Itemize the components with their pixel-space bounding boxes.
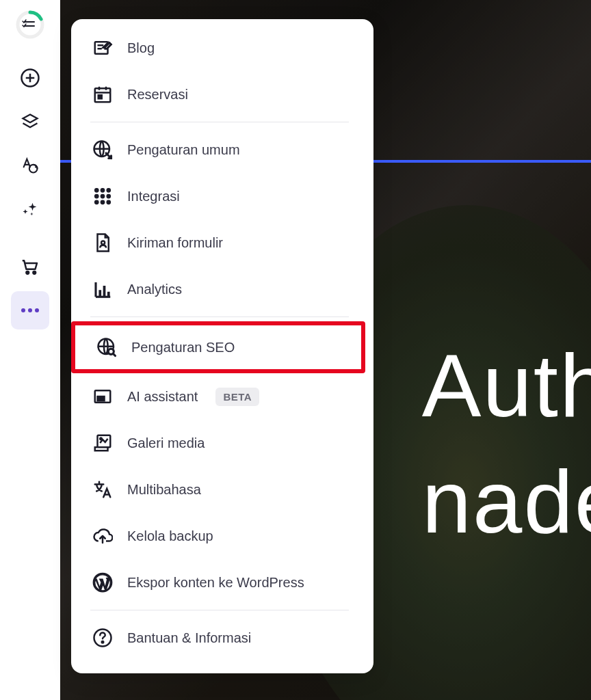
more-icon[interactable]: [11, 291, 49, 329]
menu-item-label: Kelola backup: [127, 528, 213, 544]
typography-palette-icon[interactable]: [11, 146, 49, 185]
menu-divider: [90, 317, 349, 317]
svg-point-21: [107, 189, 111, 193]
menu-item-export[interactable]: Ekspor konten ke WordPress: [71, 559, 365, 606]
menu-item-analytics[interactable]: Analytics: [71, 266, 365, 312]
svg-point-7: [35, 166, 36, 167]
more-menu-scroll[interactable]: Blog Reservasi: [71, 25, 373, 661]
menu-item-label: Reservasi: [127, 87, 188, 103]
globe-search-icon: [96, 336, 118, 358]
svg-point-24: [107, 194, 111, 198]
document-person-icon: [92, 232, 114, 254]
svg-point-8: [26, 271, 29, 274]
svg-point-41: [100, 438, 102, 440]
menu-item-multilang[interactable]: Multibahasa: [71, 466, 365, 513]
layers-icon[interactable]: [11, 103, 49, 141]
menu-item-label: Integrasi: [127, 189, 180, 204]
wordpress-icon: [92, 571, 114, 593]
bar-chart-icon: [92, 278, 114, 300]
sparkle-icon[interactable]: [11, 190, 49, 228]
progress-ring-icon[interactable]: [15, 10, 45, 40]
menu-item-general[interactable]: Pengaturan umum: [71, 126, 365, 173]
menu-item-help[interactable]: Bantuan & Informasi: [71, 615, 365, 661]
svg-point-9: [33, 271, 36, 274]
svg-point-27: [107, 200, 111, 204]
more-menu-popup: Blog Reservasi: [71, 19, 373, 673]
help-icon: [92, 627, 114, 649]
svg-rect-39: [98, 396, 105, 401]
hero-text-line: nade: [422, 452, 591, 552]
window-icon: [92, 386, 114, 407]
hero-text: Auth nade: [422, 328, 591, 561]
menu-item-label: Multibahasa: [127, 482, 201, 498]
blog-icon: [92, 37, 114, 59]
menu-item-label: Ekspor konten ke WordPress: [127, 575, 304, 591]
menu-item-label: Bantuan & Informasi: [127, 630, 251, 646]
grid-dots-icon: [92, 185, 114, 207]
menu-divider: [90, 610, 349, 610]
svg-point-26: [101, 200, 105, 204]
menu-item-media[interactable]: Galeri media: [71, 420, 365, 466]
menu-item-seo[interactable]: Pengaturan SEO: [75, 325, 361, 369]
svg-point-22: [95, 194, 99, 198]
menu-item-form[interactable]: Kiriman formulir: [71, 219, 365, 266]
cloud-upload-icon: [92, 525, 114, 547]
hero-text-line: Auth: [422, 336, 591, 435]
menu-item-reservation[interactable]: Reservasi: [71, 71, 365, 118]
menu-item-label: AI assistant: [127, 389, 198, 405]
menu-item-blog[interactable]: Blog: [71, 25, 365, 71]
svg-point-19: [95, 189, 99, 193]
menu-item-label: Blog: [127, 40, 155, 56]
menu-item-ai[interactable]: AI assistant BETA: [71, 373, 365, 420]
svg-point-28: [101, 241, 105, 245]
beta-badge: BETA: [215, 388, 259, 406]
menu-item-label: Analytics: [127, 282, 182, 297]
svg-rect-17: [98, 95, 102, 98]
menu-item-label: Pengaturan umum: [127, 142, 240, 158]
menu-item-label: Pengaturan SEO: [131, 340, 235, 355]
add-icon[interactable]: [11, 59, 49, 97]
menu-item-backup[interactable]: Kelola backup: [71, 513, 365, 559]
cart-icon[interactable]: [11, 247, 49, 286]
globe-share-icon: [92, 139, 114, 161]
menu-item-label: Kiriman formulir: [127, 235, 223, 251]
highlight-annotation: Pengaturan SEO: [71, 321, 365, 373]
image-stack-icon: [92, 432, 114, 454]
svg-point-20: [101, 189, 105, 193]
left-sidebar: [0, 0, 60, 700]
translate-icon: [92, 479, 114, 500]
svg-point-23: [101, 194, 105, 198]
menu-divider: [90, 122, 349, 122]
menu-item-label: Galeri media: [127, 435, 205, 451]
svg-point-44: [102, 641, 104, 643]
menu-item-integration[interactable]: Integrasi: [71, 173, 365, 219]
svg-point-25: [95, 200, 99, 204]
svg-line-37: [113, 353, 115, 355]
calendar-icon: [92, 83, 114, 105]
